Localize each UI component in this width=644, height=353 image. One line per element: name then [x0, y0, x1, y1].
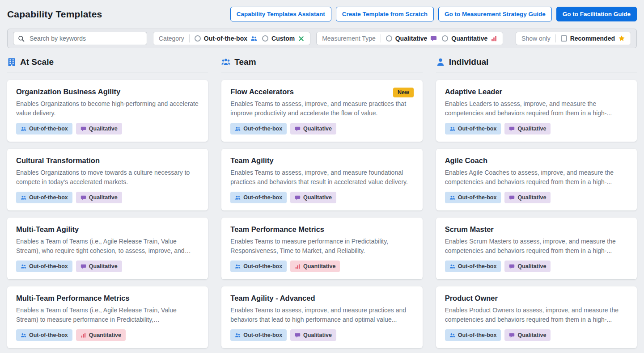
bar-chart-icon	[295, 264, 301, 269]
tag-label: Out-of-the-box	[243, 126, 282, 132]
tag-label: Out-of-the-box	[29, 332, 68, 338]
tag-label: Qualitative	[89, 263, 118, 269]
tag-label: Qualitative	[517, 332, 546, 338]
tag-qualitative: Qualitative	[504, 329, 551, 341]
radio-label: Qualitative	[395, 35, 428, 42]
search-input[interactable]	[29, 34, 142, 42]
category-filter-label: Category	[159, 35, 184, 42]
template-card[interactable]: Scrum Master Enables Scrum Masters to as…	[436, 218, 637, 279]
tag-out-of-the-box: Out-of-the-box	[16, 329, 72, 341]
person-icon	[436, 58, 445, 67]
tag-label: Out-of-the-box	[458, 126, 497, 132]
measurement-type-filter-label: Measurement Type	[322, 35, 376, 42]
card-description: Enables Product Owners to assess, improv…	[445, 306, 628, 324]
tag-label: Qualitative	[89, 126, 118, 132]
divider	[189, 34, 190, 42]
tag-out-of-the-box: Out-of-the-box	[16, 261, 72, 272]
users-icon	[235, 126, 241, 132]
column-individual: Individual Adaptive Leader Enables Leade…	[436, 57, 637, 348]
card-list: Adaptive Leader Enables Leaders to asses…	[436, 80, 637, 348]
card-description: Enables Teams to assess, improve, and me…	[230, 99, 413, 118]
tag-out-of-the-box: Out-of-the-box	[230, 329, 287, 341]
radio-control[interactable]	[442, 35, 448, 42]
template-card[interactable]: Multi-Team Performance Metrics Enables a…	[7, 286, 208, 348]
radio-option-qualitative[interactable]: Qualitative	[386, 35, 437, 42]
template-card[interactable]: Team Agility Enables Teams to assess, im…	[221, 149, 422, 210]
radio-control[interactable]	[195, 35, 201, 42]
checkbox-option-recommended[interactable]: Recommended	[561, 35, 625, 42]
facilitation-guide-button[interactable]: Go to Facilitation Guide	[556, 7, 637, 21]
users-icon	[21, 195, 26, 201]
template-card[interactable]: Organization Business Agility Enables Or…	[7, 80, 208, 142]
column-title: At Scale	[20, 57, 54, 67]
card-description: Enables Leaders to assess, improve, and …	[445, 99, 628, 118]
card-description: Enables Teams to assess, improve, and me…	[230, 168, 413, 187]
measurement-strategy-guide-button[interactable]: Go to Measurement Strategy Guide	[438, 7, 552, 21]
tag-qualitative: Qualitative	[504, 261, 551, 272]
template-card[interactable]: Multi-Team Agility Enables a Team of Tea…	[7, 218, 208, 279]
tag-label: Qualitative	[303, 126, 332, 132]
checkbox-label: Recommended	[570, 35, 615, 42]
tag-qualitative: Qualitative	[504, 123, 551, 134]
tag-row: Out-of-the-box Qualitative	[16, 192, 199, 203]
tag-label: Qualitative	[517, 194, 546, 201]
radio-option-out-of-the-box[interactable]: Out-of-the-box	[195, 35, 257, 42]
filter-bar: Category Out-of-the-box Custom Measureme…	[7, 29, 637, 48]
users-icon	[449, 332, 455, 338]
speech-bubble-icon	[509, 126, 515, 132]
template-columns: At Scale Organization Business Agility E…	[7, 57, 637, 348]
template-card[interactable]: Adaptive Leader Enables Leaders to asses…	[436, 80, 637, 142]
tag-label: Out-of-the-box	[29, 263, 68, 269]
template-card[interactable]: Flow Accelerators New Enables Teams to a…	[221, 80, 422, 142]
template-card[interactable]: Cultural Transformation Enables Organiza…	[7, 149, 208, 210]
card-description: Enables Teams to measure performance in …	[230, 237, 413, 256]
column-header: Individual	[436, 57, 637, 72]
tools-icon	[298, 35, 305, 42]
divider	[555, 34, 556, 42]
tag-qualitative: Qualitative	[290, 329, 336, 341]
radio-option-custom[interactable]: Custom	[262, 35, 305, 42]
card-description: Enables Agile Coaches to assess, improve…	[445, 168, 628, 187]
tag-label: Out-of-the-box	[458, 263, 497, 269]
radio-option-quantitative[interactable]: Quantitative	[442, 35, 497, 42]
tag-row: Out-of-the-box Qualitative	[445, 261, 628, 272]
speech-bubble-icon	[295, 195, 301, 201]
tag-row: Out-of-the-box Qualitative	[230, 329, 413, 341]
card-description: Enables Organizations to become high-per…	[16, 99, 199, 118]
template-card[interactable]: Team Performance Metrics Enables Teams t…	[221, 218, 422, 279]
users-icon	[449, 195, 455, 201]
users-icon	[235, 264, 241, 269]
checkbox-control[interactable]	[561, 35, 567, 42]
tag-label: Out-of-the-box	[458, 194, 497, 201]
capability-templates-page: Capability Templates Capability Template…	[0, 0, 644, 348]
tag-label: Qualitative	[303, 332, 332, 338]
create-template-from-scratch-button[interactable]: Create Template from Scratch	[336, 7, 434, 21]
template-card[interactable]: Product Owner Enables Product Owners to …	[436, 286, 637, 348]
template-card[interactable]: Agile Coach Enables Agile Coaches to ass…	[436, 149, 637, 210]
capability-templates-assistant-button[interactable]: Capability Templates Assistant	[230, 7, 331, 21]
tag-qualitative: Qualitative	[504, 192, 551, 203]
radio-control[interactable]	[386, 35, 392, 42]
tag-row: Out-of-the-box Quantitative	[230, 261, 413, 272]
card-title: Cultural Transformation	[16, 156, 100, 165]
radio-control[interactable]	[262, 35, 268, 42]
team-icon	[221, 58, 230, 67]
tag-qualitative: Qualitative	[76, 261, 122, 272]
search-icon	[18, 35, 25, 42]
tag-out-of-the-box: Out-of-the-box	[230, 192, 287, 203]
tag-row: Out-of-the-box Qualitative	[16, 123, 199, 134]
header-buttons: Capability Templates Assistant Create Te…	[230, 7, 637, 21]
search-box[interactable]	[13, 32, 147, 45]
card-title: Team Performance Metrics	[230, 225, 324, 234]
tag-qualitative: Qualitative	[76, 123, 122, 134]
category-filter-group: Category Out-of-the-box Custom	[153, 32, 310, 45]
tag-label: Quantitative	[89, 332, 121, 338]
card-title: Team Agility - Advanced	[230, 294, 315, 303]
bar-chart-icon	[491, 35, 497, 42]
speech-bubble-icon	[430, 35, 437, 42]
tag-label: Qualitative	[89, 194, 118, 201]
card-title: Team Agility	[230, 156, 273, 165]
tag-label: Out-of-the-box	[29, 126, 68, 132]
tag-label: Out-of-the-box	[243, 194, 282, 201]
template-card[interactable]: Team Agility - Advanced Enables Teams to…	[221, 286, 422, 348]
